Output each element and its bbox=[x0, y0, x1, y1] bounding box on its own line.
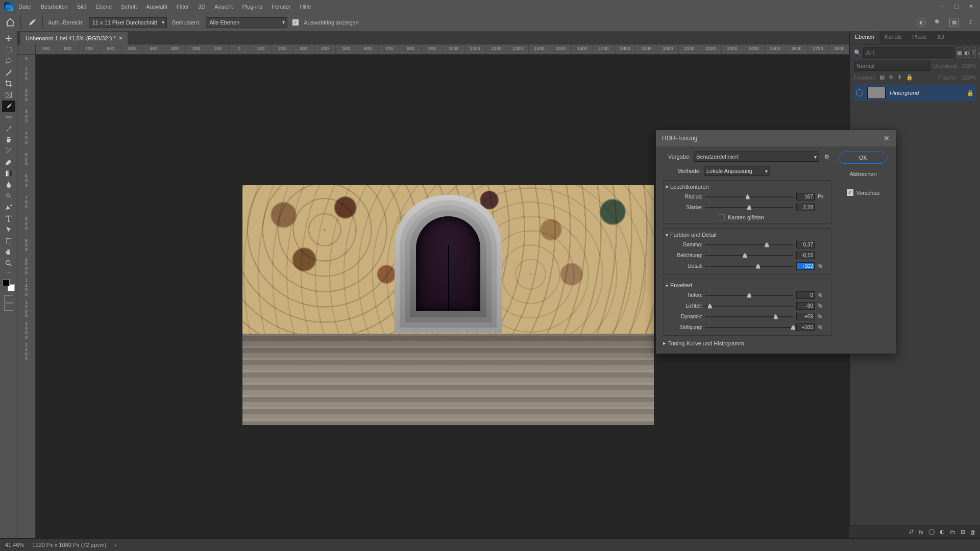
hand-tool[interactable] bbox=[2, 246, 15, 258]
menu-bearbeiten[interactable]: Bearbeiten bbox=[37, 2, 72, 12]
filter-pixel-icon[interactable]: ▦ bbox=[957, 47, 962, 58]
cloud-docs-icon[interactable]: ◐ bbox=[917, 18, 926, 27]
lasso-tool[interactable] bbox=[2, 56, 15, 67]
search-icon[interactable]: 🔍 bbox=[933, 18, 942, 27]
menu-filter[interactable]: Filter bbox=[173, 2, 193, 12]
magic-wand-tool[interactable] bbox=[2, 67, 15, 78]
show-selection-checkbox[interactable]: ✓ bbox=[292, 19, 299, 26]
curve-section-header[interactable]: ▸ Toning-Kurve und Histogramm bbox=[663, 340, 831, 346]
chevron-down-icon[interactable]: ▾ bbox=[666, 232, 668, 238]
gamma-slider[interactable] bbox=[705, 244, 793, 245]
sample-size-dropdown[interactable]: 11 x 11 Pixel Durchschnitt bbox=[89, 17, 167, 28]
strength-slider[interactable] bbox=[705, 207, 793, 208]
vibrance-slider[interactable] bbox=[705, 316, 793, 317]
rectangle-tool[interactable] bbox=[2, 235, 15, 246]
menu-hilfe[interactable]: Hilfe bbox=[296, 2, 315, 12]
marquee-tool[interactable] bbox=[2, 44, 15, 56]
delete-layer-icon[interactable]: 🗑 bbox=[970, 529, 976, 535]
menu-bild[interactable]: Bild bbox=[73, 2, 90, 12]
shadows-input[interactable]: 0 bbox=[796, 291, 815, 299]
zoom-tool[interactable] bbox=[2, 258, 15, 269]
eyedropper-tool[interactable] bbox=[2, 101, 15, 112]
strength-input[interactable]: 2,28 bbox=[796, 204, 815, 211]
link-layers-icon[interactable]: ⇄ bbox=[909, 529, 914, 535]
chevron-right-icon[interactable]: › bbox=[114, 542, 116, 548]
quick-mask-icon[interactable] bbox=[4, 295, 13, 303]
menu-3d[interactable]: 3D bbox=[194, 2, 209, 12]
chevron-right-icon[interactable]: ▸ bbox=[663, 340, 666, 346]
eyedropper-tool-icon[interactable] bbox=[26, 17, 37, 28]
menu-ebene[interactable]: Ebene bbox=[91, 2, 116, 12]
clone-stamp-tool[interactable] bbox=[2, 134, 15, 145]
layer-thumbnail[interactable] bbox=[867, 87, 886, 99]
brush-tool[interactable] bbox=[2, 123, 15, 134]
window-close-icon[interactable]: ✕ bbox=[966, 3, 976, 11]
color-swatches[interactable] bbox=[3, 279, 15, 291]
ok-button[interactable]: OK bbox=[839, 152, 888, 164]
highlights-slider[interactable] bbox=[705, 306, 793, 307]
ruler-origin[interactable] bbox=[17, 44, 36, 55]
exposure-input[interactable]: -0,15 bbox=[796, 252, 815, 259]
method-dropdown[interactable]: Lokale Anpassung bbox=[704, 166, 770, 176]
gamma-input[interactable]: 0,37 bbox=[796, 241, 815, 248]
lock-pixels-icon[interactable]: ▦ bbox=[879, 74, 885, 81]
dialog-close-icon[interactable]: ✕ bbox=[884, 134, 890, 142]
dialog-titlebar[interactable]: HDR-Tonung ✕ bbox=[656, 130, 896, 146]
document-info[interactable]: 1920 Px x 1080 Px (72 ppcm) bbox=[32, 542, 106, 548]
smooth-edges-checkbox[interactable] bbox=[719, 214, 725, 220]
menu-schrift[interactable]: Schrift bbox=[117, 2, 141, 12]
adjustment-layer-icon[interactable]: ◐ bbox=[940, 529, 945, 535]
filter-shape-icon[interactable]: ▱ bbox=[978, 47, 980, 58]
ruler-horizontal[interactable]: 9008007006005004003002001000100200300400… bbox=[36, 44, 849, 55]
lock-position-icon[interactable]: ✜ bbox=[889, 74, 893, 81]
layer-row[interactable]: Hintergrund 🔒 bbox=[854, 85, 976, 101]
tab-ebenen[interactable]: Ebenen bbox=[850, 31, 879, 44]
preview-checkbox[interactable]: ✓ bbox=[847, 189, 853, 196]
saturation-slider[interactable] bbox=[705, 327, 793, 328]
menu-datei[interactable]: Datei bbox=[14, 2, 36, 12]
chevron-down-icon[interactable]: ▾ bbox=[666, 283, 668, 288]
path-select-tool[interactable] bbox=[2, 224, 15, 235]
fill-value[interactable]: 100% bbox=[962, 74, 976, 81]
radius-input[interactable]: 167 bbox=[796, 193, 815, 201]
menu-plugins[interactable]: Plug-ins bbox=[238, 2, 266, 12]
crop-tool[interactable] bbox=[2, 78, 15, 89]
menu-ansicht[interactable]: Ansicht bbox=[210, 2, 237, 12]
chevron-down-icon[interactable]: ▾ bbox=[666, 184, 668, 190]
layer-group-icon[interactable]: 🗀 bbox=[950, 529, 955, 535]
gradient-tool[interactable] bbox=[2, 168, 15, 179]
lock-artboard-icon[interactable]: ⬍ bbox=[897, 74, 902, 81]
document-tab[interactable]: Unbenannt-1 bei 41,5% (RGB/32*) * × bbox=[20, 32, 128, 44]
saturation-input[interactable]: +100 bbox=[796, 323, 815, 331]
detail-slider[interactable] bbox=[705, 266, 793, 267]
layer-name-label[interactable]: Hintergrund bbox=[890, 90, 963, 96]
radius-slider[interactable] bbox=[705, 196, 793, 197]
dodge-tool[interactable] bbox=[2, 190, 15, 202]
layer-filter-input[interactable] bbox=[863, 47, 954, 58]
lock-all-icon[interactable]: 🔒 bbox=[906, 74, 913, 81]
tab-3d[interactable]: 3D bbox=[932, 31, 949, 44]
cancel-button[interactable]: Abbrechen bbox=[839, 168, 888, 180]
home-icon[interactable] bbox=[5, 17, 15, 28]
shadows-slider[interactable] bbox=[705, 295, 793, 296]
ruler-vertical[interactable]: 01 0 02 0 03 0 04 0 05 0 06 0 07 0 08 0 … bbox=[17, 55, 36, 538]
opacity-value[interactable]: 100% bbox=[962, 63, 976, 69]
frame-tool[interactable] bbox=[2, 89, 15, 101]
detail-input[interactable]: +102 bbox=[796, 262, 815, 270]
tab-pfade[interactable]: Pfade bbox=[907, 31, 932, 44]
healing-brush-tool[interactable] bbox=[2, 112, 15, 123]
screen-mode-icon[interactable] bbox=[4, 304, 13, 311]
pen-tool[interactable] bbox=[2, 202, 15, 213]
menu-fenster[interactable]: Fenster bbox=[267, 2, 295, 12]
layer-visibility-icon[interactable] bbox=[856, 89, 863, 96]
filter-adjust-icon[interactable]: ◐ bbox=[964, 47, 970, 58]
preset-dropdown[interactable]: Benutzerdefiniert bbox=[694, 152, 819, 162]
workspace-icon[interactable]: ▦ bbox=[949, 18, 959, 27]
vibrance-input[interactable]: +59 bbox=[796, 313, 815, 320]
menu-auswahl[interactable]: Auswahl bbox=[142, 2, 172, 12]
window-minimize-icon[interactable]: ─ bbox=[937, 3, 947, 11]
share-icon[interactable]: ⤴ bbox=[966, 18, 975, 27]
move-tool[interactable] bbox=[2, 33, 15, 44]
new-layer-icon[interactable]: ⊞ bbox=[961, 529, 965, 535]
window-maximize-icon[interactable]: ▢ bbox=[951, 3, 962, 11]
